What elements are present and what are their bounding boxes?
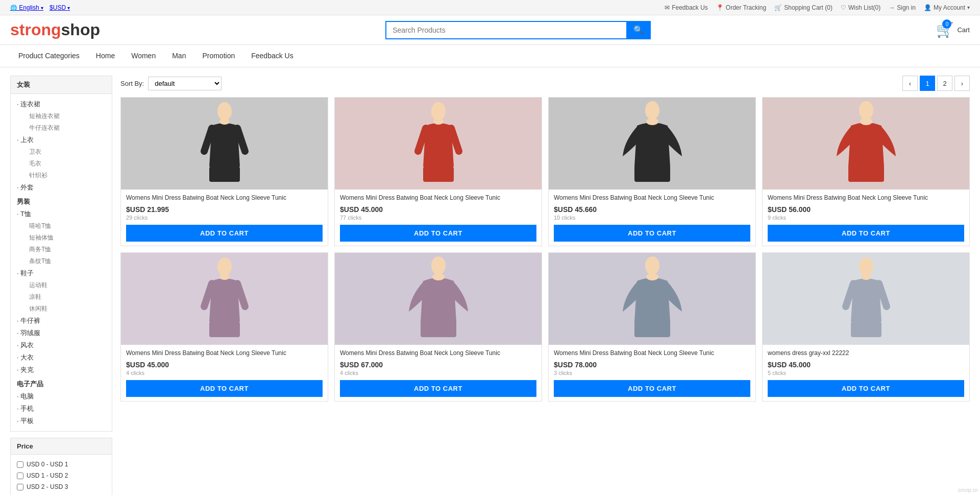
price-checkbox-0-1[interactable] [17, 461, 23, 468]
add-to-cart-button-2[interactable]: ADD TO CART [340, 225, 536, 242]
sidebar-item-niuzaiku[interactable]: · 牛仔裤 [11, 315, 112, 327]
product-image-8[interactable] [763, 253, 969, 345]
language-label: English [19, 4, 39, 11]
categories-section: 女装 · 连衣裙 短袖连衣裙 牛仔连衣裙 · 上衣 卫衣 毛衣 针织衫 · 外套… [10, 76, 112, 432]
add-to-cart-button-5[interactable]: ADD TO CART [126, 380, 323, 397]
sidebar-item-xiezi[interactable]: · 鞋子 [11, 267, 112, 279]
search-area: 🔍 [385, 21, 651, 39]
sidebar-item-waitao[interactable]: · 外套 [11, 181, 112, 194]
heart-icon: ♡ [841, 4, 846, 11]
cart-area[interactable]: 🛒 0 Cart [936, 21, 970, 38]
add-to-cart-button-7[interactable]: ADD TO CART [554, 380, 750, 397]
svg-point-13 [859, 101, 873, 120]
order-tracking-link[interactable]: 📍 Order Tracking [716, 4, 766, 11]
currency-selector[interactable]: $USD ▾ [50, 4, 70, 11]
add-to-cart-button-3[interactable]: ADD TO CART [554, 225, 750, 242]
page-1-button[interactable]: 1 [920, 76, 935, 91]
sidebar-item-txu[interactable]: · T恤 [11, 208, 112, 220]
nav-man[interactable]: Man [164, 45, 194, 67]
sidebar-item-diannao[interactable]: · 电脑 [11, 390, 112, 403]
wish-list-link[interactable]: ♡ Wish List(0) [841, 4, 880, 11]
price-filter-1-2[interactable]: USD 1 - USD 2 [11, 470, 112, 481]
signin-icon: → [889, 4, 895, 11]
price-filter-3-4[interactable]: USD 3 - USD 4 [11, 492, 112, 495]
svg-point-26 [646, 273, 658, 280]
sidebar-item-duanxiu[interactable]: 短袖连衣裙 [11, 110, 112, 122]
my-account-label: My Account [934, 4, 965, 11]
product-image-2[interactable] [335, 98, 542, 190]
sidebar-item-shangwu[interactable]: 商务T恤 [11, 244, 112, 255]
prev-page-button[interactable]: ‹ [902, 76, 918, 91]
nav-feedback-us[interactable]: Feedback Us [243, 45, 301, 67]
product-info-7: Womens Mini Dress Batwing Boat Neck Long… [549, 345, 755, 401]
product-info-8: womens dress gray-xxl 22222 $USD 45.000 … [763, 345, 969, 401]
product-image-6[interactable] [335, 253, 542, 345]
product-image-1[interactable] [121, 98, 328, 190]
sidebar-section-nanzhuang: 男装 [11, 196, 112, 208]
product-image-7[interactable] [549, 253, 755, 345]
sign-in-label: Sign in [897, 4, 916, 11]
sidebar-item-jiake[interactable]: · 夹克 [11, 364, 112, 376]
my-account-link[interactable]: 👤 My Account ▾ [924, 4, 970, 11]
sidebar-item-niuzai-dress[interactable]: 牛仔连衣裙 [11, 122, 112, 134]
nav-women[interactable]: Women [123, 45, 164, 67]
svg-point-5 [431, 102, 446, 121]
next-page-button[interactable]: › [954, 76, 970, 91]
language-selector[interactable]: English ▾ [10, 4, 43, 11]
sidebar-item-dayi[interactable]: · 大衣 [11, 351, 112, 364]
sidebar-item-shouji[interactable]: · 手机 [11, 403, 112, 415]
page-2-button[interactable]: 2 [937, 76, 952, 91]
product-name-2: Womens Mini Dress Batwing Boat Neck Long… [340, 194, 536, 202]
add-to-cart-button-4[interactable]: ADD TO CART [768, 225, 964, 242]
search-button[interactable]: 🔍 [626, 21, 651, 39]
svg-point-24 [645, 256, 659, 275]
shopping-cart-link[interactable]: 🛒 Shopping Cart (0) [774, 4, 832, 11]
price-filter-0-1[interactable]: USD 0 - USD 1 [11, 459, 112, 470]
sign-in-link[interactable]: → Sign in [889, 4, 916, 11]
svg-rect-11 [634, 166, 670, 182]
product-price-4: $USD 56.000 [768, 205, 964, 214]
logo[interactable]: strongshop [10, 20, 100, 39]
product-image-3[interactable] [549, 98, 755, 190]
product-price-2: $USD 45.000 [340, 205, 536, 214]
main-content: Sort By: default Price: Low to High Pric… [120, 76, 970, 495]
add-to-cart-button-8[interactable]: ADD TO CART [768, 380, 964, 397]
add-to-cart-button-6[interactable]: ADD TO CART [340, 380, 536, 397]
nav-product-categories[interactable]: Product Categories [10, 45, 88, 67]
price-checkbox-1-2[interactable] [17, 473, 23, 479]
product-image-5[interactable] [121, 253, 328, 345]
sidebar-item-liangxie[interactable]: 凉鞋 [11, 291, 112, 303]
sidebar-item-shangyi[interactable]: · 上衣 [11, 134, 112, 146]
sidebar-item-lianyi[interactable]: · 连衣裙 [11, 98, 112, 110]
sidebar-item-yurongfu[interactable]: · 羽绒服 [11, 327, 112, 339]
sidebar-item-yundongxie[interactable]: 运动鞋 [11, 279, 112, 291]
price-filter-2-3[interactable]: USD 2 - USD 3 [11, 481, 112, 492]
search-input[interactable] [385, 21, 626, 39]
sidebar-item-pingban[interactable]: · 平板 [11, 415, 112, 427]
watermark: zmvip.cn [958, 487, 978, 493]
sidebar-item-zhenzhishan[interactable]: 针织衫 [11, 170, 112, 181]
product-image-4[interactable] [763, 98, 969, 190]
nav-home[interactable]: Home [88, 45, 123, 67]
product-clicks-6: 4 clicks [340, 370, 536, 376]
person-icon: 👤 [924, 4, 932, 11]
sort-select[interactable]: default Price: Low to High Price: High t… [148, 77, 222, 90]
product-name-3: Womens Mini Dress Batwing Boat Neck Long… [554, 194, 750, 202]
add-to-cart-button-1[interactable]: ADD TO CART [126, 225, 323, 242]
globe-icon [10, 4, 17, 11]
sidebar-item-xiuxianxie[interactable]: 休闲鞋 [11, 303, 112, 315]
feedback-link[interactable]: ✉ Feedback Us [665, 4, 708, 11]
price-checkbox-2-3[interactable] [17, 484, 23, 490]
sidebar-item-fengyi[interactable]: · 风衣 [11, 339, 112, 351]
search-icon: 🔍 [633, 26, 644, 34]
sidebar-item-maoyi[interactable]: 毛衣 [11, 158, 112, 170]
nav-promotion[interactable]: Promotion [194, 45, 243, 67]
svg-rect-22 [421, 321, 456, 337]
wish-list-label: Wish List(0) [848, 4, 880, 11]
sidebar-item-duanxiu-txu[interactable]: 短袖体恤 [11, 232, 112, 244]
svg-point-12 [646, 118, 658, 125]
sidebar-item-weiyi[interactable]: 卫衣 [11, 146, 112, 158]
sidebar-item-xiha[interactable]: 嘻哈T恤 [11, 220, 112, 232]
sidebar-item-tiaowen[interactable]: 条纹T恤 [11, 255, 112, 267]
product-card-7: Womens Mini Dress Batwing Boat Neck Long… [548, 252, 756, 402]
